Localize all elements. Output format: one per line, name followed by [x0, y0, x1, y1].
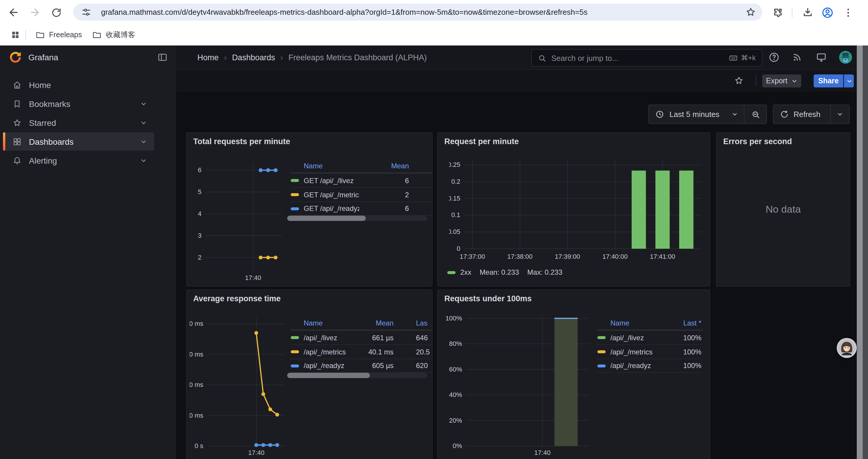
no-data-message: No data — [717, 133, 850, 286]
panel-errors-per-second: Errors per second No data — [716, 132, 850, 287]
series-mean: Mean: 0.233 — [479, 268, 519, 276]
series-value: 6 — [359, 176, 433, 185]
bookmark-icon — [12, 99, 22, 108]
floating-assistant-avatar[interactable] — [837, 338, 857, 358]
avg-response-chart[interactable]: 80 ms60 ms40 ms20 ms0 s17:40 — [190, 317, 284, 458]
sidebar-item-home[interactable]: Home — [3, 76, 154, 94]
legend-row[interactable]: /api/_/livez661 µs646 — [291, 330, 433, 345]
sidebar-item-alerting[interactable]: Alerting — [3, 151, 154, 169]
bookmark-folder-blogs[interactable]: 收藏博客 — [92, 28, 135, 41]
page-scrollbar-thumb[interactable] — [857, 45, 863, 459]
browser-profile-icon[interactable] — [821, 6, 834, 19]
browser-forward-icon[interactable] — [28, 6, 41, 19]
breadcrumb-separator: › — [280, 53, 283, 62]
downloads-icon[interactable] — [801, 6, 814, 19]
legend-row[interactable]: GET /api/_/metrics2 — [291, 187, 433, 201]
under-100ms-chart[interactable]: 100%80%60%40%20%0%17:40 — [446, 314, 589, 458]
chevron-down-icon[interactable] — [732, 111, 738, 118]
search-icon — [538, 54, 547, 62]
svg-text:0 s: 0 s — [195, 442, 203, 450]
screen: grafana.mathmast.com/d/deytv4rwavabkb/fr… — [0, 0, 868, 459]
browser-reload-icon[interactable] — [50, 6, 63, 19]
legend-row[interactable]: /api/_/metrics100% — [597, 345, 703, 359]
requests-per-minute-chart[interactable]: 0.250.20.150.10.05017:37:0017:38:0017:39… — [449, 160, 701, 262]
news-icon[interactable] — [792, 52, 804, 63]
share-dropdown-button[interactable] — [844, 74, 854, 88]
legend-header-name[interactable]: Name — [291, 319, 358, 327]
legend-header-value[interactable]: Last * — [666, 319, 703, 327]
legend-row[interactable]: /api/_/livez100% — [597, 330, 703, 345]
panel-title[interactable]: Average response time — [193, 294, 281, 303]
dashboards-icon — [12, 137, 22, 146]
legend-header-value[interactable]: Mean — [359, 162, 433, 170]
series-color-pill — [597, 350, 606, 353]
bookmark-folder-freeleaps[interactable]: Freeleaps — [35, 28, 82, 41]
time-range-label[interactable]: Last 5 minutes — [670, 110, 732, 119]
user-avatar[interactable] — [839, 51, 852, 64]
legend-row[interactable]: /api/_/metrics40.1 ms20.5 r — [291, 345, 433, 359]
home-icon — [12, 80, 22, 90]
legend-row[interactable]: GET /api/_/livez6 — [291, 173, 433, 187]
search-input[interactable]: Search or jump to... ⌘+k — [531, 49, 762, 67]
svg-text:0.2: 0.2 — [451, 178, 460, 185]
total-requests-chart[interactable]: 6543217:40 — [190, 164, 282, 283]
legend-row[interactable]: /api/_/readyz605 µs620 — [291, 359, 433, 373]
apps-grid-icon[interactable] — [11, 30, 20, 40]
series-value: 2 — [359, 191, 433, 199]
browser-back-icon[interactable] — [7, 6, 20, 19]
bookmark-star-icon[interactable] — [745, 6, 756, 18]
dashboard-toolbar: Export Share — [176, 70, 868, 92]
series-color-pill — [291, 364, 299, 367]
legend-row[interactable]: /api/_/readyz100% — [597, 359, 703, 373]
panel-title[interactable]: Requests under 100ms — [444, 294, 532, 303]
chevron-down-icon[interactable] — [140, 157, 147, 164]
export-button[interactable]: Export — [762, 74, 801, 88]
breadcrumb-dashboards[interactable]: Dashboards — [232, 53, 275, 62]
site-settings-icon[interactable] — [81, 7, 92, 18]
url-text[interactable]: grafana.mathmast.com/d/deytv4rwavabkb/fr… — [101, 8, 588, 17]
legend-header-name[interactable]: Name — [597, 319, 666, 327]
browser-url-bar[interactable]: grafana.mathmast.com/d/deytv4rwavabkb/fr… — [73, 4, 762, 21]
grafana-app: Grafana Home Bookmarks — [0, 45, 868, 459]
chevron-down-icon[interactable] — [140, 100, 147, 107]
series-name[interactable]: 2xx — [460, 268, 471, 276]
legend-row[interactable]: GET /api/_/readyz6 — [291, 201, 433, 216]
grafana-logo-icon[interactable] — [9, 51, 22, 64]
panel-requests-under-100ms: Requests under 100ms 100%80%60%40%20%0%1… — [437, 290, 710, 459]
series-value: 620 — [394, 362, 433, 370]
chevron-down-icon[interactable] — [140, 138, 147, 145]
legend-header-value[interactable]: Mean — [358, 319, 394, 327]
folder-icon — [35, 30, 45, 40]
series-value: 20.5 r — [394, 348, 433, 356]
panel-title[interactable]: Total requests per minute — [193, 137, 290, 146]
svg-text:100%: 100% — [446, 315, 462, 322]
refresh-label[interactable]: Refresh — [794, 110, 830, 119]
svg-text:40 ms: 40 ms — [190, 381, 203, 388]
legend-table: NameMeanGET /api/_/livez6GET /api/_/metr… — [291, 159, 433, 216]
legend-header-row[interactable]: NameMeanLas — [291, 316, 433, 330]
breadcrumb-home[interactable]: Home — [197, 53, 219, 62]
chevron-down-icon[interactable] — [140, 119, 147, 126]
chevron-down-icon[interactable] — [837, 111, 843, 118]
sidebar-item-dashboards[interactable]: Dashboards — [3, 132, 154, 151]
help-icon[interactable] — [768, 52, 780, 63]
panel-title[interactable]: Request per minute — [444, 137, 519, 146]
monitor-icon[interactable] — [815, 52, 827, 63]
legend-header-value[interactable]: Las — [394, 319, 433, 327]
extensions-icon[interactable] — [771, 6, 784, 19]
zoom-out-icon[interactable] — [751, 110, 760, 119]
svg-text:17:41:00: 17:41:00 — [650, 253, 675, 260]
browser-menu-icon[interactable] — [841, 6, 855, 19]
horizontal-scrollbar[interactable] — [287, 216, 427, 221]
share-button[interactable]: Share — [814, 74, 843, 88]
legend-header-row[interactable]: NameMean — [291, 159, 433, 173]
brand-title[interactable]: Grafana — [28, 53, 58, 62]
sidebar-item-bookmarks[interactable]: Bookmarks — [3, 95, 154, 113]
sidebar-collapse-icon[interactable] — [157, 52, 168, 63]
sidebar-item-starred[interactable]: Starred — [3, 113, 154, 132]
horizontal-scrollbar[interactable] — [287, 373, 427, 378]
legend-header-name[interactable]: Name — [291, 162, 359, 170]
svg-text:60 ms: 60 ms — [190, 351, 203, 358]
favorite-star-icon[interactable] — [734, 76, 744, 86]
legend-header-row[interactable]: NameLast * — [597, 316, 703, 330]
